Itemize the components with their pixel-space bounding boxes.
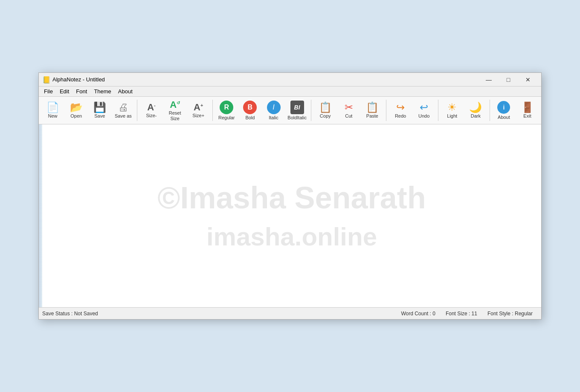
separator-4	[386, 100, 386, 121]
app-icon: 📒	[42, 76, 50, 84]
toolbar-light-button[interactable]: ☀ Light	[441, 98, 464, 122]
copy-icon: 📋	[319, 102, 332, 112]
toolbar-resetsize-button[interactable]: A↺ Reset Size	[164, 98, 186, 122]
regular-icon: R	[220, 101, 233, 114]
title-bar: 📒 AlphaNotez - Untitled — □ ✕	[39, 73, 541, 86]
toolbar-sizeplus-button[interactable]: A+ Size+	[187, 98, 210, 122]
redo-icon: ↪	[396, 102, 405, 112]
toolbar-bold-button[interactable]: B Bold	[239, 98, 261, 122]
dark-icon: 🌙	[469, 102, 482, 112]
menu-theme[interactable]: Theme	[90, 87, 114, 95]
sizeminus-icon: A-	[147, 103, 156, 112]
separator-5	[438, 100, 438, 121]
toolbar-sizeminus-button[interactable]: A- Size-	[140, 98, 162, 122]
font-size: Font Size : 11	[441, 311, 482, 317]
font-style: Font Style : Regular	[482, 311, 538, 317]
toolbar-regular-label: Regular	[218, 115, 235, 121]
toolbar-italic-label: Italic	[269, 115, 278, 121]
maximize-button[interactable]: □	[499, 73, 518, 86]
open-icon: 📂	[70, 102, 83, 112]
exit-icon: 🚪	[521, 102, 534, 112]
toolbar-sizeminus-label: Size-	[146, 113, 157, 118]
menu-font[interactable]: Font	[72, 87, 90, 95]
close-button[interactable]: ✕	[518, 73, 538, 86]
separator-2	[212, 100, 213, 121]
new-icon: 📄	[46, 102, 59, 112]
toolbar-italic-button[interactable]: I Italic	[262, 98, 285, 122]
sizeplus-icon: A+	[194, 103, 203, 112]
bold-icon: B	[243, 101, 257, 114]
window-title: AlphaNotez - Untitled	[52, 76, 479, 83]
toolbar-open-button[interactable]: 📂 Open	[65, 98, 87, 122]
save-icon: 💾	[93, 102, 106, 112]
toolbar-new-label: New	[48, 113, 58, 119]
toolbar-copy-button[interactable]: 📋 Copy	[314, 98, 336, 122]
toolbar-open-label: Open	[70, 113, 82, 119]
main-window: 📒 AlphaNotez - Untitled — □ ✕ File Edit …	[38, 72, 542, 320]
toolbar-regular-button[interactable]: R Regular	[215, 98, 238, 122]
toolbar-paste-button[interactable]: 📋 Paste	[361, 98, 383, 122]
toolbar-redo-button[interactable]: ↪ Redo	[389, 98, 412, 122]
editor-left-bar	[39, 124, 42, 307]
toolbar-dark-button[interactable]: 🌙 Dark	[464, 98, 487, 122]
toolbar-exit-button[interactable]: 🚪 Exit	[516, 98, 539, 122]
toolbar-new-button[interactable]: 📄 New	[41, 98, 64, 122]
toolbar-light-label: Light	[447, 113, 457, 119]
toolbar-resetsize-label: Reset Size	[165, 110, 186, 121]
save-status: Save Status : Not Saved	[42, 311, 103, 317]
toolbar-save-button[interactable]: 💾 Save	[88, 98, 111, 122]
toolbar-cut-label: Cut	[345, 113, 352, 119]
separator-3	[311, 100, 311, 121]
window-controls: — □ ✕	[479, 73, 538, 86]
toolbar-exit-label: Exit	[523, 113, 531, 119]
menu-file[interactable]: File	[41, 87, 56, 95]
saveas-icon: 🖨	[118, 102, 128, 112]
toolbar-about-button[interactable]: i About	[493, 98, 515, 122]
editor-textarea[interactable]	[42, 124, 541, 307]
toolbar-dark-label: Dark	[471, 113, 481, 119]
toolbar-redo-label: Redo	[395, 113, 406, 119]
toolbar-cut-button[interactable]: ✂ Cut	[337, 98, 360, 122]
toolbar-save-label: Save	[94, 113, 105, 119]
menu-bar: File Edit Font Theme About	[39, 86, 541, 97]
about-icon: i	[497, 101, 510, 114]
toolbar-sizeplus-label: Size+	[192, 113, 204, 118]
editor-area: ©Imasha Senarath imasha.online	[39, 124, 541, 307]
bolditalic-icon: BI	[290, 101, 304, 114]
separator-6	[490, 100, 490, 121]
word-count: Word Count : 0	[396, 311, 440, 317]
toolbar-copy-label: Copy	[320, 113, 331, 119]
separator-1	[137, 100, 137, 121]
minimize-button[interactable]: —	[479, 73, 499, 86]
italic-icon: I	[267, 101, 281, 114]
menu-edit[interactable]: Edit	[56, 87, 72, 95]
toolbar-bolditalic-button[interactable]: BI BoldItalic	[286, 98, 308, 122]
toolbar-paste-label: Paste	[366, 113, 378, 119]
light-icon: ☀	[447, 102, 457, 112]
cut-icon: ✂	[345, 102, 353, 112]
toolbar-saveas-button[interactable]: 🖨 Save as	[112, 98, 134, 122]
paste-icon: 📋	[366, 102, 379, 112]
toolbar-about-label: About	[498, 115, 510, 120]
toolbar-bold-label: Bold	[245, 115, 255, 121]
toolbar-undo-label: Undo	[418, 113, 429, 119]
status-bar: Save Status : Not Saved Word Count : 0 F…	[39, 307, 541, 319]
toolbar-bolditalic-label: BoldItalic	[287, 115, 307, 121]
toolbar: 📄 New 📂 Open 💾 Save 🖨 Save as A- Size- A…	[39, 97, 541, 124]
undo-icon: ↩	[420, 102, 428, 112]
menu-about[interactable]: About	[115, 87, 136, 95]
toolbar-saveas-label: Save as	[115, 113, 132, 119]
resetsize-icon: A↺	[170, 100, 180, 110]
toolbar-undo-button[interactable]: ↩ Undo	[413, 98, 435, 122]
